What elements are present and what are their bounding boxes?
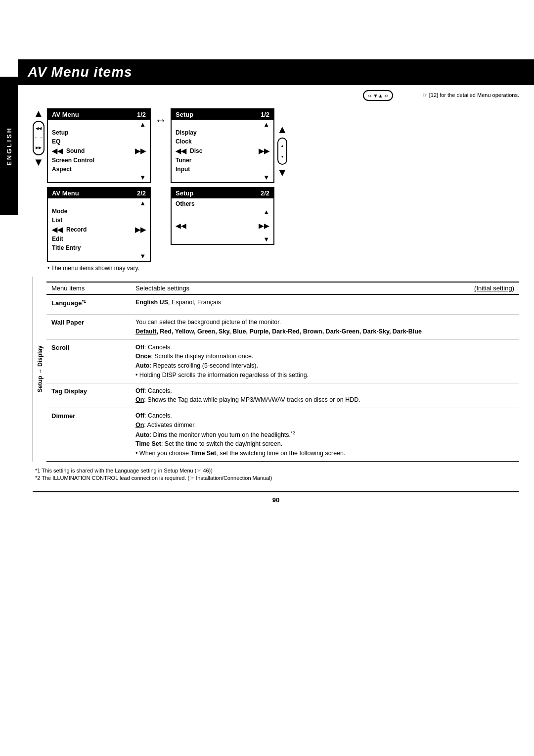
table-row-dimmer: Dimmer Off: Cancels. On: Activates dimme… bbox=[46, 408, 519, 462]
scroll-up-4: ▲ bbox=[172, 208, 273, 216]
skip-fwd-icon-2: ▶▶ bbox=[135, 226, 146, 234]
setup-menu-2-box: Setup 2/2 Others ▲ ◀◀ ▶▶ ▼ bbox=[171, 187, 274, 245]
right-nav-up: ▲ bbox=[277, 123, 288, 136]
setup-skip-fwd-2: ▶▶ bbox=[259, 222, 269, 230]
av-menu-item-edit: Edit bbox=[48, 235, 150, 243]
setup-item-tuner: Tuner bbox=[172, 156, 273, 165]
right-remote-body: ▲ ▼ bbox=[277, 138, 287, 165]
scroll-up-2: ▲ bbox=[48, 199, 150, 207]
av-menu-1-header: AV Menu 1/2 bbox=[48, 109, 150, 120]
av-menu-2-box: AV Menu 2/2 ▲ Mode List ◀◀ Record ▶▶ bbox=[47, 187, 151, 262]
cell-dimmer-content: Off: Cancels. On: Activates dimmer. Auto… bbox=[131, 411, 519, 458]
skip-back-icon-2: ◀◀ bbox=[52, 226, 63, 234]
footnote-1: *1 This setting is shared with the Langu… bbox=[35, 468, 519, 474]
page-title: AV Menu items bbox=[28, 64, 524, 80]
av-menu-2-header: AV Menu 2/2 bbox=[48, 188, 150, 198]
cell-tag-display-content: Off: Cancels. On: Shows the Tag data whi… bbox=[131, 386, 519, 405]
rc-middle-icon: ▼▲ bbox=[373, 93, 383, 98]
table-container: Menu items Selectable settings (Initial … bbox=[46, 282, 519, 462]
table-header: Menu items Selectable settings (Initial … bbox=[46, 283, 519, 295]
nav-down-arrow: ▼ bbox=[33, 157, 44, 168]
av-menu-1-box: AV Menu 1/2 ▲ Setup EQ ◀◀ Sound ▶▶ bbox=[47, 108, 151, 183]
av-menu-2-section: AV Menu 2/2 ▲ Mode List ◀◀ Record ▶▶ bbox=[47, 187, 151, 262]
ref-text: ☞ [12] for the detailed Menu operations. bbox=[423, 92, 519, 101]
table-row-scroll: Scroll Off: Cancels. Once: Scrolls the d… bbox=[46, 340, 519, 383]
av-menu-2-items: ▲ Mode List ◀◀ Record ▶▶ Edit Title Entr… bbox=[48, 198, 150, 261]
right-nav-arrows: ▲ ▲ ▼ ▼ bbox=[277, 108, 288, 179]
av-menu-item-list: List bbox=[48, 216, 150, 225]
setup-item-display: Display bbox=[172, 128, 273, 137]
av-menu-1-items: ▲ Setup EQ ◀◀ Sound ▶▶ Screen Control As… bbox=[48, 120, 150, 182]
diagram-area: ▲ ◀◀ ←→ ▶▶ ▼ AV Menu 1/2 bbox=[33, 108, 519, 262]
left-nav-arrows: ▲ ◀◀ ←→ ▶▶ ▼ bbox=[33, 108, 44, 168]
cell-scroll-content: Off: Cancels. Once: Scrolls the display … bbox=[131, 343, 519, 380]
cell-wallpaper: Wall Paper bbox=[46, 318, 131, 336]
av-menu-item-record: ◀◀ Record ▶▶ bbox=[48, 225, 150, 235]
remote-arrows: ←→ bbox=[34, 136, 43, 140]
setup-menu-1-items: ▲ Display Clock ◀◀ Disc ▶▶ Tuner Input ▼ bbox=[172, 120, 273, 182]
cell-language: Language*1 bbox=[46, 298, 131, 311]
cell-language-content: English US, Español, Français bbox=[131, 298, 519, 311]
page-number: 90 bbox=[33, 491, 519, 504]
rc-right-icon: ›› bbox=[384, 93, 388, 98]
av-menu-1-section: AV Menu 1/2 ▲ Setup EQ ◀◀ Sound ▶▶ bbox=[47, 108, 151, 183]
cell-scroll: Scroll bbox=[46, 343, 131, 380]
cell-wallpaper-content: You can select the background picture of… bbox=[131, 318, 519, 336]
setup-menu-1-header: Setup 1/2 bbox=[172, 109, 273, 120]
av-menu-item-setup: Setup bbox=[48, 128, 150, 137]
setup-skip-back-2: ◀◀ bbox=[176, 222, 186, 230]
av-menu-item-eq: EQ bbox=[48, 137, 150, 146]
setup-menu-2-header: Setup 2/2 bbox=[172, 188, 273, 198]
right-nav-down: ▼ bbox=[277, 166, 288, 179]
col-header-initial: (Initial setting) bbox=[440, 284, 519, 292]
setup-item-clock: Clock bbox=[172, 137, 273, 146]
skip-back-icon: ◀◀ bbox=[52, 147, 63, 155]
setup-item-disc: ◀◀ Disc ▶▶ bbox=[172, 146, 273, 156]
arrow-connector: ↔ bbox=[151, 113, 171, 127]
skip-fwd-icon: ▶▶ bbox=[135, 147, 146, 155]
cell-tag-display: Tag Display bbox=[46, 386, 131, 405]
right-remote-up: ▲ bbox=[280, 144, 284, 147]
av-menu-item-aspect: Aspect bbox=[48, 165, 150, 174]
scroll-down-1: ▼ bbox=[48, 174, 150, 181]
setup-menus: Setup 1/2 ▲ Display Clock ◀◀ Disc ▶▶ Tun… bbox=[171, 108, 274, 245]
setup-nav-icons: ◀◀ ▶▶ bbox=[172, 221, 273, 231]
scroll-down-3: ▼ bbox=[172, 174, 273, 181]
setup-menu-2-items: Others ▲ ◀◀ ▶▶ ▼ bbox=[172, 198, 273, 244]
setup-menu-1-box: Setup 1/2 ▲ Display Clock ◀◀ Disc ▶▶ Tun… bbox=[171, 108, 274, 183]
table-body: Language*1 English US, Español, Français… bbox=[46, 295, 519, 462]
side-tab: ENGLISH bbox=[0, 77, 18, 215]
side-tab-label: ENGLISH bbox=[5, 127, 13, 166]
setup-item-input: Input bbox=[172, 165, 273, 174]
settings-table: Setup → Display Menu items Selectable se… bbox=[33, 277, 519, 462]
av-menus: AV Menu 1/2 ▲ Setup EQ ◀◀ Sound ▶▶ bbox=[47, 108, 151, 262]
setup-item-others: Others bbox=[172, 199, 273, 208]
table-row-language: Language*1 English US, Español, Français bbox=[46, 295, 519, 315]
scroll-down-2: ▼ bbox=[48, 252, 150, 260]
right-remote-down: ▼ bbox=[280, 155, 284, 158]
av-menu-item-sound: ◀◀ Sound ▶▶ bbox=[48, 146, 150, 156]
main-content: ‹‹ ▼▲ ›› ☞ [12] for the detailed Menu op… bbox=[18, 85, 534, 509]
footnote-2: *2 The ILLUMINATION CONTROL lead connect… bbox=[35, 475, 519, 481]
table-main: Menu items Selectable settings (Initial … bbox=[46, 277, 519, 462]
scroll-up-1: ▲ bbox=[48, 121, 150, 128]
setup-skip-fwd: ▶▶ bbox=[259, 147, 269, 155]
spacer2 bbox=[172, 231, 273, 236]
remote-body: ◀◀ ←→ ▶▶ bbox=[33, 121, 44, 155]
spacer bbox=[172, 216, 273, 221]
scroll-down-4: ▼ bbox=[172, 236, 273, 243]
table-vertical-label: Setup → Display bbox=[33, 277, 46, 462]
scroll-up-3: ▲ bbox=[172, 121, 273, 128]
left-right-arrow: ↔ bbox=[155, 113, 167, 127]
av-menu-item-title-entry: Title Entry bbox=[48, 243, 150, 252]
col-header-selectable: Selectable settings bbox=[131, 284, 440, 292]
table-row-wallpaper: Wall Paper You can select the background… bbox=[46, 315, 519, 340]
setup-skip-back: ◀◀ bbox=[176, 147, 186, 155]
rc-left-icon: ‹‹ bbox=[368, 93, 371, 98]
remote-control-icon: ‹‹ ▼▲ ›› bbox=[363, 90, 393, 101]
cell-dimmer: Dimmer bbox=[46, 411, 131, 458]
av-menu-item-mode: Mode bbox=[48, 207, 150, 216]
nav-up-arrow: ▲ bbox=[33, 108, 44, 119]
col-header-menu: Menu items bbox=[46, 284, 131, 292]
remote-skip-back: ◀◀ bbox=[36, 126, 42, 131]
